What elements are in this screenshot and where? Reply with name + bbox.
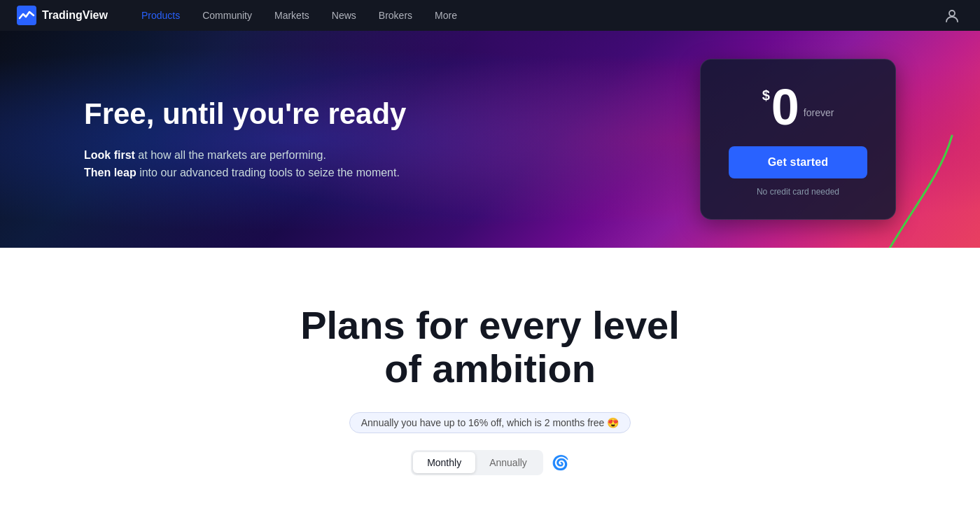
nav-links: Products Community Markets News Brokers … [130,0,468,31]
price-forever: forever [804,107,834,118]
plans-section: Plans for every level of ambition Annual… [0,248,980,513]
hero-title: Free, until you're ready [84,97,700,132]
annual-badge: Annually you have up to 16% off, which i… [349,412,631,433]
logo-icon [17,6,36,25]
hero-card-area: $ 0 forever Get started No credit card n… [700,59,896,220]
plans-title-line1: Plans for every level [300,303,680,347]
swirl-icon: 🌀 [552,454,569,471]
hero-text2: into our advanced trading tools to seize… [136,167,400,178]
nav-news[interactable]: News [321,0,368,31]
hero-description: Look first at how all the markets are pe… [84,146,420,182]
logo[interactable]: TradingView [17,6,108,25]
hero-section: Free, until you're ready Look first at h… [0,31,980,248]
price-display: $ 0 forever [729,82,867,132]
navbar-left: TradingView Products Community Markets N… [17,0,468,31]
svg-point-1 [949,10,955,16]
no-credit-text: No credit card needed [729,187,867,197]
hero-bold1: Look first [84,149,135,161]
nav-products[interactable]: Products [130,0,191,31]
toggle-group: Monthly Annually [411,450,543,475]
logo-text: TradingView [42,9,108,22]
nav-more[interactable]: More [424,0,468,31]
user-svg [944,8,960,23]
user-icon[interactable] [941,4,963,27]
price-dollar: $ [762,87,770,104]
hero-text1: at how all the markets are performing. [135,149,326,161]
hero-bold2: Then leap [84,167,136,178]
price-number: 0 [771,82,799,132]
plans-title: Plans for every level of ambition [84,304,896,390]
toggle-annually[interactable]: Annually [475,452,541,473]
navbar-right [941,4,963,27]
nav-community[interactable]: Community [191,0,263,31]
nav-markets[interactable]: Markets [263,0,321,31]
price-card: $ 0 forever Get started No credit card n… [700,59,896,220]
navbar: TradingView Products Community Markets N… [0,0,980,31]
billing-toggle: Monthly Annually 🌀 [84,450,896,475]
nav-brokers[interactable]: Brokers [368,0,424,31]
toggle-monthly[interactable]: Monthly [413,452,475,473]
hero-content: Free, until you're ready Look first at h… [84,97,700,182]
get-started-button[interactable]: Get started [729,146,867,178]
plans-title-line2: of ambition [384,346,596,391]
